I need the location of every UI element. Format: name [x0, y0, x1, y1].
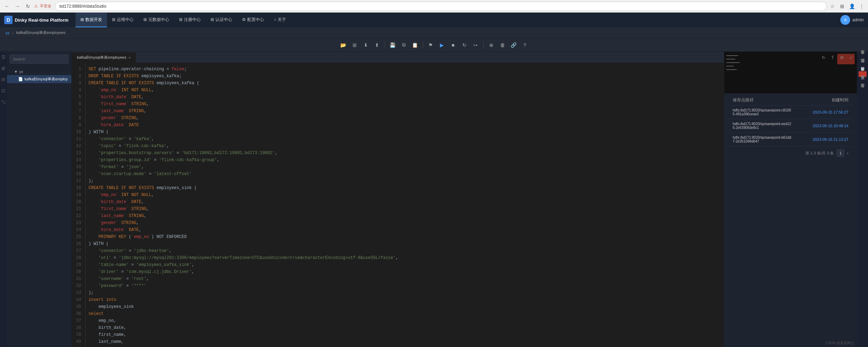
- save-button[interactable]: 💾: [388, 40, 398, 50]
- savepoint-time-3: 2023-09-15 21:13:27: [792, 137, 848, 142]
- download-button[interactable]: ⬇: [361, 40, 371, 50]
- right-panel: ▬▬▬▬▬▬▬▬ ▬▬▬▬▬▬ ▬▬▬▬▬▬▬▬▬ ▬▬▬▬▬ ▬▬▬▬▬▬▬ …: [724, 52, 857, 347]
- address-bar[interactable]: [55, 2, 827, 11]
- nav-data-dev-label: 数据开发: [85, 17, 102, 23]
- profile-icon[interactable]: 👤: [848, 3, 855, 10]
- tab-close-icon[interactable]: ×: [128, 56, 130, 60]
- far-right-savepoint[interactable]: 保存点: [859, 71, 867, 77]
- editor-tab-label: kafka到mysql单表employees: [77, 55, 126, 60]
- search-input[interactable]: [10, 55, 69, 64]
- nav-data-dev[interactable]: ⊞ 数据开发: [76, 13, 107, 27]
- far-left-search-icon[interactable]: ⊡: [1, 88, 6, 94]
- breadcrumb-bar: yx / kafka到mysql单表employees: [0, 27, 868, 38]
- flag-button[interactable]: ⚑: [426, 40, 436, 50]
- nav-meta[interactable]: ⊞ 元数据中心: [138, 13, 174, 27]
- refresh-button[interactable]: ↻: [24, 2, 32, 10]
- far-left-menu-icon[interactable]: ☰: [1, 55, 6, 60]
- submit-button[interactable]: ↦: [471, 40, 481, 50]
- toolbar-sep1: [385, 42, 385, 49]
- breadcrumb-current: kafka到mysql单表employees: [16, 30, 65, 35]
- tree-folder-icon: ▼: [14, 70, 18, 74]
- admin-name: admin: [852, 17, 864, 22]
- toolbar-sep2: [423, 42, 423, 49]
- savepoint-time-2: 2023-09-15 20:48:14: [792, 124, 848, 128]
- copy-button[interactable]: ⧉: [399, 40, 409, 50]
- refresh-panel-button[interactable]: ↻: [820, 54, 827, 62]
- run-button[interactable]: ▶: [437, 40, 447, 50]
- back-button[interactable]: ←: [3, 2, 11, 10]
- toolbar: 📂 ⊞ ⬇ ⬆ 💾 ⧉ 📋 ⚑ ▶ ■ ↻ ↦ ⊕ 🗑 🔗 ?: [0, 38, 868, 52]
- savepoint-row-1[interactable]: hdfs:/bd171:8020/sp/savepoint-c81005-491…: [728, 106, 853, 119]
- tree-file-icon: 📄: [18, 77, 23, 81]
- right-panel-preview: ▬▬▬▬▬▬▬▬ ▬▬▬▬▬▬ ▬▬▬▬▬▬▬▬▬ ▬▬▬▬▬ ▬▬▬▬▬▬▬ …: [724, 52, 857, 94]
- far-left-bar: ☰ ⊞ ⊟ ⊡ ⌥: [0, 52, 7, 347]
- admin-avatar: A: [840, 15, 850, 25]
- stop-button[interactable]: ■: [448, 40, 458, 50]
- paste-button[interactable]: 📋: [410, 40, 420, 50]
- duplicate-button[interactable]: ⊕: [486, 40, 496, 50]
- nav-meta-label: 元数据中心: [148, 17, 169, 23]
- editor-tab-active[interactable]: kafka到mysql单表employees ×: [72, 52, 136, 63]
- nav-about-icon: ○: [274, 17, 276, 22]
- far-right-task-info[interactable]: 任务信息: [859, 55, 867, 60]
- upload-button[interactable]: ⬆: [372, 40, 382, 50]
- security-warning-text: 不安全: [40, 3, 51, 9]
- admin-badge[interactable]: A admin: [840, 15, 864, 25]
- open-folder-button[interactable]: 📂: [339, 40, 348, 50]
- line-numbers: 12345 678910 1112131415 1617181920 21222…: [72, 63, 86, 347]
- far-left-structure-icon[interactable]: ⊞: [1, 66, 6, 71]
- breadcrumb-yx[interactable]: yx: [6, 31, 9, 35]
- debug-button[interactable]: ↻: [460, 40, 469, 50]
- code-content[interactable]: 12345 678910 1112131415 1617181920 21222…: [72, 63, 724, 347]
- settings-panel-button[interactable]: ⚙: [838, 54, 846, 62]
- tree-item-job[interactable]: 📄 kafka到mysql单表employ: [7, 75, 71, 83]
- link-button[interactable]: 🔗: [509, 40, 519, 50]
- expand-panel-button[interactable]: ⤢: [847, 54, 855, 62]
- savepoint-pagination-text: 第 1-3 条/共 3 条: [805, 151, 834, 156]
- far-right-job-info[interactable]: 作业信息: [859, 88, 867, 94]
- savepoint-path-2: hdfs:/bd171:8020/sp/savepoint-eed125-2e5…: [733, 122, 792, 130]
- nav-register[interactable]: ⊞ 注册中心: [174, 13, 206, 27]
- nav-auth[interactable]: ⊞ 认证中心: [206, 13, 237, 27]
- nav-ops-label: 运维中心: [117, 17, 134, 23]
- nav-register-label: 注册中心: [184, 17, 201, 23]
- nav-config[interactable]: ⚙ 配置中心: [237, 13, 269, 27]
- far-left-git-icon[interactable]: ⌥: [1, 99, 6, 105]
- sidebar-tree: ▼ yx 📄 kafka到mysql单表employ: [7, 67, 71, 347]
- editor-tabs: kafka到mysql单表employees ×: [72, 52, 724, 63]
- nav-config-label: 配置中心: [247, 17, 264, 23]
- mini-preview-lines: ▬▬▬▬▬▬▬▬ ▬▬▬▬▬▬ ▬▬▬▬▬▬▬▬▬ ▬▬▬▬▬ ▬▬▬▬▬▬▬: [726, 54, 740, 71]
- far-left-table-icon[interactable]: ⊟: [1, 77, 6, 82]
- nav-meta-icon: ⊞: [143, 17, 147, 22]
- editor-area: kafka到mysql单表employees × 12345 678910 11…: [72, 52, 724, 347]
- savepoint-path-3: hdfs:/bd171:8020/sp/savepoint-b61dd7-2e3…: [733, 136, 792, 143]
- tree-item-job-label: kafka到mysql单表employ: [24, 77, 67, 82]
- nav-about[interactable]: ○ 关于: [269, 13, 291, 27]
- pagination-arrow[interactable]: ›: [847, 151, 848, 155]
- code-editor[interactable]: SET pipeline.operator-chaining = false; …: [86, 63, 724, 347]
- delete-button[interactable]: 🗑: [498, 40, 507, 50]
- nav-data-dev-icon: ⊞: [80, 17, 84, 22]
- forward-button[interactable]: →: [13, 2, 22, 10]
- far-right-history[interactable]: 历史版本: [859, 80, 867, 85]
- new-file-button[interactable]: ⊞: [350, 40, 360, 50]
- savepoint-col-path: 保存点路径: [733, 97, 792, 103]
- toolbar-sep3: [483, 42, 484, 49]
- extensions-icon[interactable]: ⊞: [839, 3, 846, 10]
- text-panel-button[interactable]: T: [829, 54, 837, 62]
- nav-ops[interactable]: ⊞ 运维中心: [107, 13, 138, 27]
- nav-auth-label: 认证中心: [215, 17, 232, 23]
- security-warning: ⚠: [34, 4, 38, 8]
- savepoint-row-2[interactable]: hdfs:/bd171:8020/sp/savepoint-eed125-2e5…: [728, 119, 853, 133]
- right-panel-controls: ↻ T ⚙ ⤢: [820, 54, 855, 62]
- help-button[interactable]: ?: [520, 40, 530, 50]
- pagination-page-1[interactable]: 1: [837, 149, 844, 157]
- nav-ops-icon: ⊞: [112, 17, 115, 22]
- star-icon[interactable]: ☆: [829, 3, 836, 10]
- app-header: D Dinky Real-time Platform ⊞ 数据开发 ⊞ 运维中心…: [0, 13, 868, 27]
- far-right-exec-config[interactable]: 执行配置: [859, 63, 867, 68]
- breadcrumb-sep1: /: [12, 31, 13, 35]
- tree-item-root[interactable]: ▼ yx: [7, 68, 71, 75]
- menu-icon[interactable]: ⋮: [858, 3, 865, 10]
- savepoint-row-3[interactable]: hdfs:/bd171:8020/sp/savepoint-b61dd7-2e3…: [728, 133, 853, 146]
